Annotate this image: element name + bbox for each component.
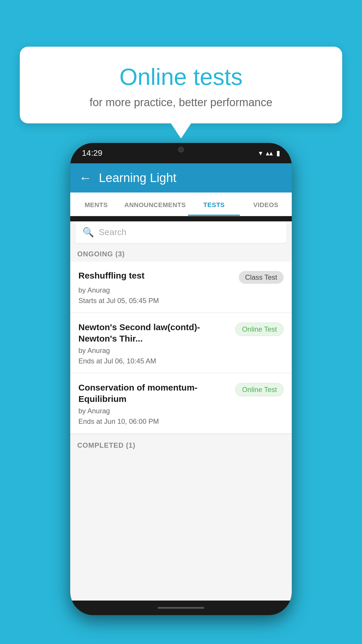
phone-bottom	[70, 601, 292, 615]
tabs-bar: MENTS ANNOUNCEMENTS TESTS VIDEOS	[70, 192, 292, 216]
test-card-1[interactable]: Reshuffling test Class Test by Anurag St…	[70, 262, 292, 313]
test-card-2[interactable]: Newton's Second law(contd)-Newton's Thir…	[70, 313, 292, 373]
tab-ments[interactable]: MENTS	[70, 192, 122, 216]
ongoing-section-header: ONGOING (3)	[70, 243, 292, 262]
test-name-1: Reshuffling test	[78, 270, 239, 281]
tab-tests[interactable]: TESTS	[188, 192, 240, 216]
battery-icon: ▮	[276, 149, 280, 157]
tab-announcements[interactable]: ANNOUNCEMENTS	[122, 192, 188, 216]
test-name-3: Conservation of momentum-Equilibrium	[78, 382, 235, 405]
app-bar: ← Learning Light	[70, 163, 292, 192]
test-card-1-row: Reshuffling test Class Test	[78, 270, 284, 284]
test-name-2: Newton's Second law(contd)-Newton's Thir…	[78, 321, 235, 344]
test-date-2: Ends at Jul 06, 10:45 AM	[78, 357, 284, 365]
completed-section-header: COMPLETED (1)	[70, 434, 292, 453]
phone-frame: 14:29 ▾ ▴▴ ▮ ← Learning Light MENTS ANNO…	[70, 143, 292, 615]
app-title: Learning Light	[99, 171, 176, 185]
bubble-subtitle: for more practice, better performance	[34, 96, 328, 109]
status-bar: 14:29 ▾ ▴▴ ▮	[70, 143, 292, 163]
home-indicator	[158, 607, 204, 609]
search-icon: 🔍	[82, 227, 94, 238]
test-by-1: by Anurag	[78, 286, 284, 294]
test-badge-1: Class Test	[239, 271, 284, 284]
speech-bubble: Online tests for more practice, better p…	[20, 47, 342, 123]
status-icons: ▾ ▴▴ ▮	[259, 149, 280, 157]
back-button[interactable]: ←	[79, 171, 92, 185]
test-by-3: by Anurag	[78, 407, 284, 415]
phone-notch	[161, 143, 201, 156]
test-card-3[interactable]: Conservation of momentum-Equilibrium Onl…	[70, 374, 292, 433]
test-by-2: by Anurag	[78, 346, 284, 355]
search-input[interactable]: Search	[99, 227, 126, 237]
phone-camera	[178, 147, 184, 153]
signal-icon: ▴▴	[266, 149, 273, 157]
status-time: 14:29	[82, 148, 102, 158]
test-badge-2: Online Test	[235, 323, 284, 336]
test-date-3: Ends at Jun 10, 06:00 PM	[78, 417, 284, 426]
test-card-3-row: Conservation of momentum-Equilibrium Onl…	[78, 382, 284, 405]
search-bar[interactable]: 🔍 Search	[75, 221, 287, 243]
test-date-1: Starts at Jul 05, 05:45 PM	[78, 297, 284, 305]
wifi-icon: ▾	[259, 149, 262, 157]
bubble-title: Online tests	[34, 64, 328, 90]
tab-videos[interactable]: VIDEOS	[240, 192, 292, 216]
test-card-2-row: Newton's Second law(contd)-Newton's Thir…	[78, 321, 284, 344]
test-badge-3: Online Test	[235, 383, 284, 396]
content-area: 🔍 Search ONGOING (3) Reshuffling test Cl…	[70, 221, 292, 601]
